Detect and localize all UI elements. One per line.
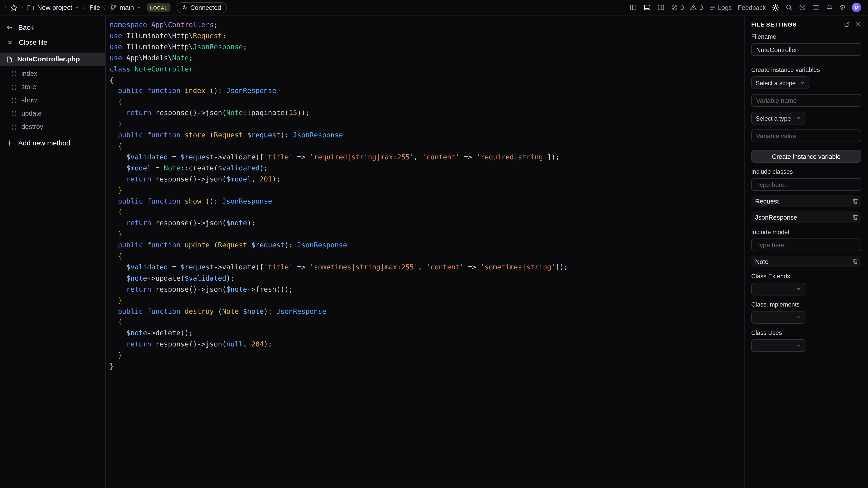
trash-icon-button[interactable] [852,214,859,221]
code-line[interactable]: { [110,140,744,152]
feedback-button[interactable]: Feedback [738,4,766,11]
active-file-item[interactable]: NoteController.php [0,53,105,66]
logs-button[interactable]: Logs [709,4,732,11]
topbar: / / New project / File / [0,0,868,15]
warnings-indicator[interactable]: 0 [690,4,703,11]
code-line[interactable]: $note->update($validated); [110,273,744,284]
branch-name: main [120,4,134,11]
variable-name-input[interactable] [751,94,861,107]
keyboard-shortcuts-button[interactable] [812,4,820,11]
include-classes-label: Include classes [751,168,861,175]
code-line[interactable]: { [110,74,744,86]
include-model-input[interactable] [751,238,861,251]
parentheses-icon: () [10,110,18,117]
include-classes-input[interactable] [751,178,861,191]
variable-value-input[interactable] [751,130,861,142]
help-button[interactable] [799,4,806,11]
close-file-button[interactable]: × Close file [0,35,105,50]
trash-icon-button[interactable] [852,197,859,205]
code-line[interactable]: { [110,96,744,107]
code-line[interactable]: $note->delete(); [110,328,744,339]
panel-right-icon [657,4,665,11]
instance-variables-label: Create instance variables [751,66,861,73]
branch-menu[interactable]: main [110,4,142,11]
search-button[interactable] [786,4,793,11]
filename-input[interactable] [751,43,861,56]
code-line[interactable]: public function store (Request $request)… [110,130,744,140]
settings-button[interactable]: ⚙ [839,4,846,11]
code-line[interactable]: } [110,350,744,361]
code-line[interactable]: public function update (Request $request… [110,240,744,251]
file-menu[interactable]: File [90,4,100,11]
chevron-down-icon [796,343,801,348]
create-instance-variable-button[interactable]: Create instance variable [751,150,861,163]
code-line[interactable]: use Illuminate\Http\Request; [110,30,744,41]
method-label: update [21,109,42,117]
add-new-method-button[interactable]: Add new method [0,135,105,151]
code-line[interactable]: return response()->json(null, 204); [110,339,744,350]
code-line[interactable]: public function destroy (Note $note): Js… [110,306,744,317]
include-class-item: Request [751,195,861,207]
scope-select[interactable]: Select a scope [751,76,809,89]
trash-icon-button[interactable] [852,258,859,265]
method-label: destroy [21,123,43,131]
code-line[interactable]: } [110,361,744,372]
project-menu[interactable]: New project [27,4,80,11]
code-line[interactable]: } [110,295,744,306]
close-panel-button[interactable] [855,21,861,28]
project-name: New project [37,4,72,11]
user-avatar[interactable]: M [852,3,861,12]
class-implements-label: Class Implements [751,301,861,307]
code-line[interactable]: return response()->json($model, 201); [110,173,744,185]
sidebar-method-store[interactable]: ()store [0,80,105,94]
search-icon [786,4,793,11]
plus-icon [6,139,13,147]
type-select[interactable]: Select a type [751,112,805,125]
code-line[interactable]: use Illuminate\Http\JsonResponse; [110,41,744,53]
notifications-button[interactable] [826,4,833,11]
toggle-left-panel-button[interactable] [629,4,637,11]
class-extends-label: Class Extends [751,273,861,280]
sidebar-method-index[interactable]: ()index [0,67,105,80]
class-implements-select[interactable] [751,311,805,324]
code-line[interactable]: { [110,207,744,218]
code-line[interactable]: namespace App\Controllers; [110,19,744,30]
code-line[interactable]: class NoteController [110,64,744,74]
connection-status[interactable]: Connected [177,2,227,13]
code-line[interactable]: return response()->json(Note::paginate(1… [110,107,744,119]
code-line[interactable]: use App\Models\Note; [110,53,744,64]
parentheses-icon: () [10,123,18,130]
code-line[interactable]: return response()->json($note->fresh()); [110,284,744,295]
method-label: show [21,96,37,104]
code-line[interactable]: } [110,185,744,196]
app-window: / / New project / File / [0,0,868,488]
code-line[interactable]: $validated = $request->validate(['title'… [110,262,744,273]
panel-title: FILE SETTINGS [751,21,797,28]
back-button[interactable]: Back [0,20,105,35]
code-line[interactable]: public function index (): JsonResponse [110,86,744,96]
parentheses-icon: () [10,97,18,103]
sidebar-method-show[interactable]: ()show [0,94,105,107]
code-line[interactable]: $validated = $request->validate(['title'… [110,152,744,163]
code-line[interactable]: public function show (): JsonResponse [110,196,744,207]
code-line[interactable]: { [110,251,744,262]
code-line[interactable]: } [110,119,744,130]
class-uses-select[interactable] [751,339,805,352]
toggle-bottom-panel-button[interactable] [643,4,651,11]
theme-toggle-button[interactable] [772,4,780,11]
sidebar-method-destroy[interactable]: ()destroy [0,120,105,133]
code-editor-pane[interactable]: namespace App\Controllers;use Illuminate… [106,15,744,488]
class-uses-label: Class Uses [751,329,861,336]
code-line[interactable]: return response()->json($note); [110,218,744,229]
class-extends-select[interactable] [751,283,805,295]
code-line[interactable]: $model = Note::create($validated); [110,162,744,173]
errors-indicator[interactable]: 0 [671,4,684,11]
code-line[interactable]: } [110,229,744,240]
popout-panel-button[interactable] [844,21,850,28]
code-line[interactable]: { [110,317,744,328]
popout-icon [844,21,850,28]
power-plug-icon [181,4,187,10]
close-icon: × [6,38,14,46]
sidebar-method-update[interactable]: ()update [0,107,105,120]
toggle-right-panel-button[interactable] [657,4,665,11]
